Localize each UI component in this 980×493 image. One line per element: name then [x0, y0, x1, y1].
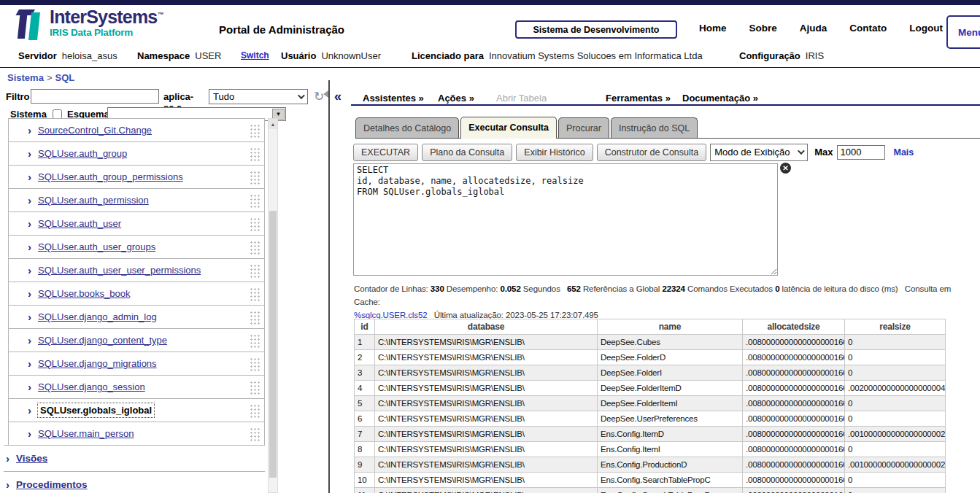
- sql-query-textarea[interactable]: SELECT id, database, name, allocatedsize…: [353, 163, 778, 276]
- table-link[interactable]: SQLUser.django_admin_log: [38, 311, 157, 322]
- tab-instrucao-sql[interactable]: Instrução do SQL: [611, 117, 698, 138]
- intersystems-logo[interactable]: InterSystems™ IRIS Data Platform: [18, 8, 163, 40]
- table-link[interactable]: SQLUser.django_migrations: [38, 358, 157, 369]
- table-link[interactable]: SQLUser.main_person: [38, 428, 134, 439]
- table-link[interactable]: SQLUser.auth_permission: [38, 195, 149, 206]
- show-history-button[interactable]: Exibir Histórico: [516, 144, 593, 161]
- switch-link[interactable]: Switch: [241, 50, 269, 61]
- table-link[interactable]: SQLUser.auth_group: [38, 148, 127, 159]
- menu-acoes[interactable]: Ações »: [438, 93, 496, 104]
- applies-select[interactable]: Tudo: [209, 89, 308, 104]
- table-link[interactable]: SQLUser.books_book: [38, 288, 130, 299]
- config-label: Configuração: [739, 50, 800, 61]
- nav-ajuda[interactable]: Ajuda: [800, 23, 827, 34]
- chevron-right-icon[interactable]: ›: [28, 147, 31, 160]
- chevron-right-icon[interactable]: ›: [28, 217, 31, 230]
- menu-ferramentas[interactable]: Ferramentas »: [606, 93, 682, 104]
- tab-executar-consulta[interactable]: Executar Consulta: [460, 117, 557, 139]
- tree-scrollbar[interactable]: ▲: [268, 118, 278, 493]
- stats-perf-value: 0.052: [500, 284, 520, 293]
- procedures-link[interactable]: Procedimentos: [16, 479, 88, 490]
- tab-detalhes-catalogo[interactable]: Detalhes do Catálogo: [355, 117, 459, 138]
- drag-handle-icon[interactable]: [250, 334, 260, 348]
- drag-handle-icon[interactable]: [250, 217, 260, 231]
- tab-procurar[interactable]: Procurar: [558, 117, 609, 138]
- chevron-right-icon[interactable]: ›: [28, 427, 31, 440]
- menu-assistentes[interactable]: Assistentes »: [363, 93, 438, 104]
- chevron-right-icon[interactable]: ›: [28, 357, 31, 370]
- views-link[interactable]: Visões: [16, 453, 47, 464]
- chevron-right-icon[interactable]: ›: [28, 381, 31, 393]
- drag-handle-icon[interactable]: [250, 241, 260, 255]
- result-cell: Ens.Config.SearchTablePropD: [598, 488, 743, 493]
- panel-splitter[interactable]: [328, 80, 330, 493]
- drag-handle-icon[interactable]: [250, 171, 260, 185]
- chevron-right-icon[interactable]: ›: [6, 478, 9, 491]
- column-header[interactable]: name: [598, 319, 743, 335]
- table-link[interactable]: SQLUser.django_content_type: [38, 335, 167, 346]
- column-header[interactable]: database: [375, 319, 598, 335]
- table-link[interactable]: SourceControl_Git.Change: [38, 125, 152, 136]
- nav-contato[interactable]: Contato: [849, 23, 887, 34]
- table-link[interactable]: SQLUser.django_session: [38, 381, 145, 392]
- collapse-panel-icon[interactable]: «: [334, 89, 342, 104]
- filter-input[interactable]: [31, 89, 159, 104]
- query-builder-button[interactable]: Construtor de Consulta: [597, 144, 707, 161]
- chevron-right-icon[interactable]: ›: [28, 404, 31, 416]
- scrollbar-thumb[interactable]: [269, 211, 277, 478]
- drag-handle-icon[interactable]: [250, 357, 260, 371]
- chevron-right-icon[interactable]: ›: [28, 334, 31, 346]
- column-header[interactable]: id: [355, 319, 375, 335]
- menu-documentacao[interactable]: Documentação »: [682, 93, 758, 104]
- scrollbar-up-icon[interactable]: ▲: [269, 119, 277, 129]
- close-icon[interactable]: ✕: [780, 163, 791, 174]
- stats-rows-label: Contador de Linhas:: [354, 284, 428, 293]
- breadcrumb-sistema[interactable]: Sistema: [7, 72, 44, 83]
- table-link[interactable]: SQLUser.auth_user_groups: [38, 241, 155, 252]
- table-link[interactable]: SQLUser.globals_iglobal: [38, 403, 154, 417]
- drag-handle-icon[interactable]: [250, 311, 260, 325]
- table-tree-row: › SQLUser.django_content_type: [8, 329, 265, 352]
- column-header[interactable]: realsize: [845, 319, 946, 335]
- chevron-right-icon[interactable]: ›: [28, 287, 31, 300]
- chevron-right-icon[interactable]: ›: [28, 241, 31, 253]
- nav-home[interactable]: Home: [699, 23, 727, 34]
- result-cell: 1: [355, 335, 375, 350]
- table-link[interactable]: SQLUser.auth_user: [38, 218, 121, 229]
- splitter-arrow-icon[interactable]: [320, 90, 328, 98]
- chevron-right-icon[interactable]: ›: [28, 311, 31, 323]
- nav-logout[interactable]: Logout: [909, 23, 943, 34]
- nav-sobre[interactable]: Sobre: [749, 23, 777, 34]
- drag-handle-icon[interactable]: [250, 264, 260, 278]
- result-cell: C:\INTERSYSTEMS\IRIS\MGR\ENSLIB\: [375, 396, 598, 411]
- execute-button[interactable]: EXECUTAR: [353, 144, 418, 161]
- column-header[interactable]: allocatedsize: [743, 319, 845, 335]
- chevron-right-icon[interactable]: ›: [28, 124, 31, 136]
- chevron-right-icon[interactable]: ›: [28, 194, 31, 206]
- chevron-right-icon[interactable]: ›: [28, 264, 31, 276]
- system-mode-button[interactable]: Sistema de Desenvolvimento: [515, 20, 677, 39]
- max-rows-input[interactable]: [837, 145, 885, 160]
- drag-handle-icon[interactable]: [250, 427, 260, 441]
- table-link[interactable]: SQLUser.auth_user_user_permissions: [38, 265, 201, 276]
- table-tree-row: › SQLUser.auth_user: [8, 212, 265, 236]
- query-plan-button[interactable]: Plano da Consulta: [422, 144, 512, 161]
- drag-handle-icon[interactable]: [250, 194, 260, 208]
- drag-handle-icon[interactable]: [250, 147, 260, 161]
- chevron-right-icon[interactable]: ›: [28, 171, 31, 183]
- more-link[interactable]: Mais: [894, 147, 914, 158]
- result-cell: DeepSee.UserPreferences: [598, 411, 743, 427]
- result-cell: .00800000000000000001666: [743, 381, 845, 396]
- result-cell: 0: [845, 396, 946, 411]
- result-cell: DeepSee.FolderItemI: [598, 396, 743, 411]
- table-link[interactable]: SQLUser.auth_group_permissions: [38, 171, 183, 182]
- drag-handle-icon[interactable]: [250, 381, 260, 395]
- chevron-right-icon[interactable]: ›: [6, 452, 9, 465]
- drag-handle-icon[interactable]: [250, 287, 260, 301]
- table-row: 4C:\INTERSYSTEMS\IRIS\MGR\ENSLIB\DeepSee…: [355, 381, 946, 396]
- drag-handle-icon[interactable]: [250, 404, 260, 418]
- breadcrumb-sql[interactable]: SQL: [55, 72, 74, 83]
- result-cell: 2: [355, 350, 375, 365]
- drag-handle-icon[interactable]: [250, 124, 260, 138]
- display-mode-select[interactable]: Modo de Exibição: [710, 144, 808, 161]
